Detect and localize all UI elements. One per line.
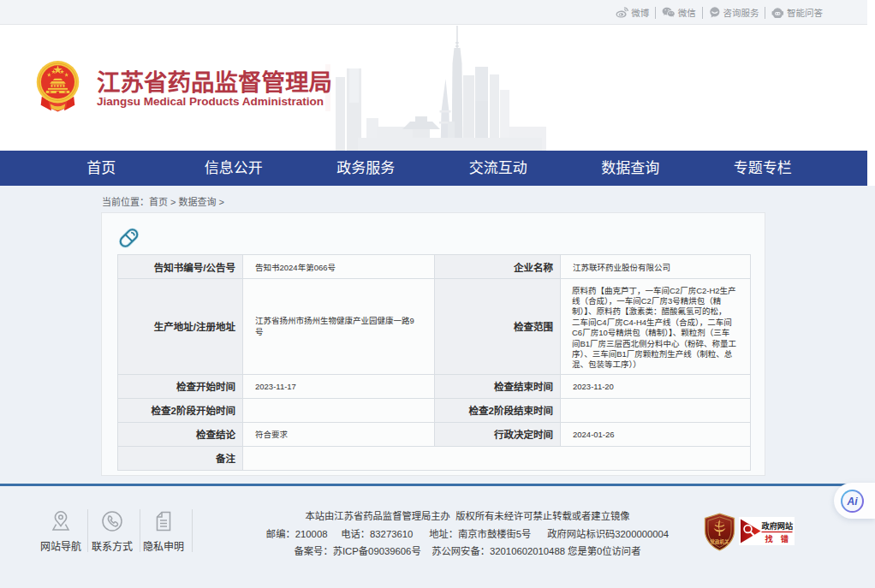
svg-text:找错: 找错 <box>765 534 795 543</box>
svg-text:政府网站: 政府网站 <box>762 521 795 531</box>
svg-text:党政机关: 党政机关 <box>709 538 729 545</box>
